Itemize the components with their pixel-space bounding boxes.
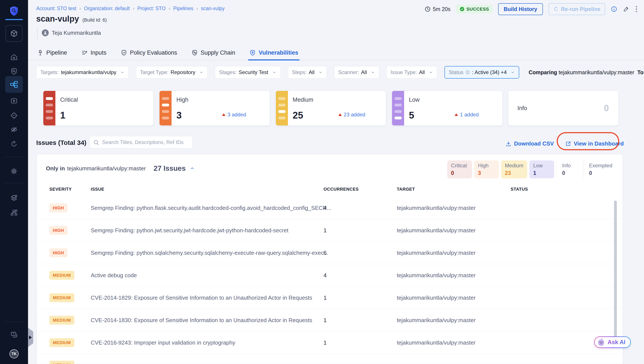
edit-pencil-icon[interactable] (623, 6, 629, 12)
filter-bar: Targets:tejakummarikuntla/vulpy Target T… (36, 66, 644, 79)
issue-title: Semgrep Finding: python.flask.security.a… (91, 205, 332, 211)
severity-badge: MEDIUM (49, 271, 74, 280)
status-filter-dropdown[interactable]: Status : Active (34) +4 (444, 66, 519, 79)
table-header: SEVERITY ISSUE OCCURRENCES TARGET STATUS (37, 187, 623, 195)
issue-title: CVE-2014-1830: Exposure of Sensitive Inf… (91, 317, 312, 323)
chevron-down-icon (371, 70, 375, 75)
chevron-down-icon (199, 70, 204, 75)
high-card[interactable]: High 3 3 added (159, 91, 270, 126)
page-header: scan-vulpy (Build Id: 6) (36, 14, 107, 24)
table-row[interactable]: HIGH Semgrep Finding: python.flask.secur… (37, 197, 623, 219)
pill-exempted: Exempted0 (583, 160, 616, 178)
sidebar-item-executions[interactable] (0, 97, 28, 105)
added-indicator: 1 added (454, 112, 479, 118)
build-history-button[interactable]: Build History (498, 3, 543, 15)
module-selector-button[interactable] (6, 25, 22, 42)
ask-ai-button[interactable]: Ask AI (594, 336, 631, 348)
table-scrollbar-thumb[interactable] (614, 201, 617, 341)
medium-card[interactable]: Medium 25 23 added (276, 91, 386, 126)
breadcrumb-pipelines[interactable]: Pipelines (166, 6, 193, 12)
tab-vulnerabilities[interactable]: Vulnerabilities (249, 45, 298, 60)
info-card[interactable]: Info 0 (508, 91, 618, 126)
sidebar-expand-handle[interactable] (28, 328, 33, 347)
sidebar-item-settings[interactable] (0, 167, 28, 175)
targets-filter-dropdown[interactable]: Targets:tejakummarikuntla/vulpy (36, 66, 129, 79)
chevron-up-icon[interactable] (190, 165, 195, 171)
card-count: 25 (293, 110, 303, 121)
scanner-filter-dropdown[interactable]: Scanner:All (334, 66, 379, 79)
build-id: (Build Id: 6) (82, 17, 107, 23)
sidebar-item-default-settings[interactable] (0, 194, 28, 202)
tab-policy-evaluations[interactable]: Policy Evaluations (121, 45, 177, 60)
inputs-tab-icon (81, 49, 88, 56)
layers-gear-icon (10, 194, 18, 202)
tab-pipeline[interactable]: Pipeline (37, 45, 67, 60)
more-options-menu[interactable] (635, 5, 638, 13)
status-badge: SUCCESS (456, 5, 492, 13)
search-input[interactable] (90, 136, 192, 148)
table-row[interactable]: HIGH Semgrep Finding: python.jwt.securit… (37, 219, 623, 242)
info-icon (466, 70, 470, 75)
table-row[interactable]: MEDIUM CVE-2014-1830: Exposure of Sensit… (37, 309, 623, 331)
issue-title: CVE-2016-9243: Improper input validation… (91, 339, 235, 346)
issue-title: Semgrep Finding: python.jwt.security.jwt… (91, 227, 288, 234)
table-row[interactable]: MEDIUM (37, 354, 623, 364)
expand-arrow-icon (29, 335, 32, 339)
sidebar-item-get-started[interactable] (0, 140, 28, 148)
power-icon (10, 140, 18, 148)
target-icon (10, 112, 18, 119)
chevron-down-icon (272, 70, 276, 75)
severity-badge: MEDIUM (49, 316, 74, 324)
steps-filter-dropdown[interactable]: Steps:All (288, 66, 327, 79)
breadcrumb-org[interactable]: Organization: default (76, 6, 130, 12)
occurrences: 4 (324, 272, 326, 278)
critical-card[interactable]: Critical 1 (43, 91, 154, 126)
issues-search (90, 136, 192, 148)
tab-inputs[interactable]: Inputs (81, 45, 106, 60)
triangle-up-icon (338, 113, 342, 116)
low-gauge (392, 91, 404, 125)
download-csv-button[interactable]: Download CSV (506, 140, 554, 147)
table-row[interactable]: HIGH Semgrep Finding: python.sqlalchemy.… (37, 242, 623, 264)
card-label: Low (409, 96, 420, 103)
severity-badge: MEDIUM (49, 293, 74, 302)
sidebar-item-targets[interactable] (0, 112, 28, 119)
severity-count-pills: Critical0 High3 Medium23 Low1 Info0 Exem… (445, 160, 616, 178)
breadcrumb-account[interactable]: Account: STO test (36, 6, 76, 12)
table-row[interactable]: MEDIUM CVE-2014-1829: Exposure of Sensit… (37, 286, 623, 309)
card-label: Info (518, 105, 527, 112)
breadcrumb-current[interactable]: scan-vulpy (193, 6, 224, 12)
tab-supply-chain[interactable]: Supply Chain (192, 45, 235, 60)
hierarchy-gear-icon (10, 209, 18, 217)
sidebar-item-org-settings[interactable] (0, 209, 28, 217)
ai-mascot-icon (597, 338, 606, 346)
tab-bar: Pipeline Inputs Policy Evaluations Suppl… (28, 45, 644, 60)
only-in-label: Only in (46, 165, 65, 172)
stages-filter-dropdown[interactable]: Stages:Security Test (215, 66, 280, 79)
sidebar-item-scans[interactable] (0, 67, 28, 75)
table-row[interactable]: MEDIUM Active debug code 4 tejakummariku… (37, 264, 623, 286)
sidebar-item-home[interactable] (0, 53, 28, 61)
table-row[interactable]: MEDIUM CVE-2016-9243: Improper input val… (37, 331, 623, 354)
target: tejakummarikuntla/vulpy:master (397, 339, 476, 346)
pill-low: Low1 (529, 160, 554, 178)
low-card[interactable]: Low 5 1 added (392, 91, 502, 126)
issue-type-filter-dropdown[interactable]: Issue Type:All (386, 66, 437, 79)
cube-icon (10, 29, 18, 38)
target-type-filter-dropdown[interactable]: Target Type:Repository (136, 66, 208, 79)
rerun-pipeline-button[interactable]: Re-run Pipeline (548, 3, 605, 15)
breadcrumb-project[interactable]: Project: STO (130, 6, 166, 12)
build-duration: 5m 20s (424, 6, 450, 12)
shield-search-icon (10, 67, 18, 75)
author-avatar (42, 29, 49, 36)
sidebar-item-help[interactable]: ? (0, 331, 28, 339)
user-avatar[interactable]: TK (10, 349, 18, 358)
group-issue-count: 27 Issues (154, 164, 186, 172)
home-icon (10, 53, 18, 61)
sidebar-item-pipelines[interactable] (5, 76, 23, 93)
occurrences: 1 (324, 339, 326, 346)
view-in-dashboard-button[interactable]: View in Dashboard (565, 140, 624, 147)
sidebar-item-exemptions[interactable] (0, 126, 28, 133)
info-icon[interactable] (611, 6, 617, 12)
severity-summary-cards: Critical 1 High 3 3 added Medium 25 23 a… (43, 91, 618, 126)
